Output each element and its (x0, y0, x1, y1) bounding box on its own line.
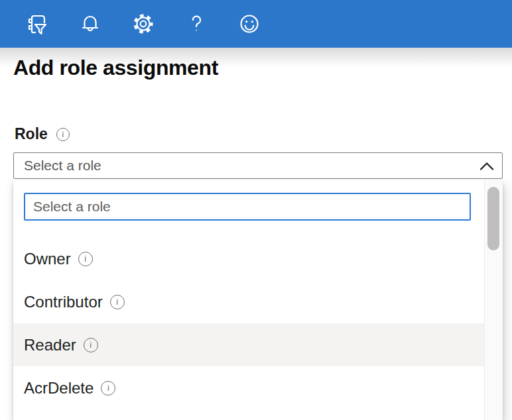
feedback-button[interactable] (235, 9, 264, 38)
directory-filter-icon (25, 11, 50, 36)
settings-button[interactable] (129, 9, 158, 38)
role-option-label: Contributor (24, 293, 103, 311)
chevron-up-icon[interactable] (480, 161, 494, 174)
role-field-label-row: Role i (15, 125, 70, 143)
notifications-button[interactable] (76, 9, 105, 38)
role-option-label: Reader (24, 336, 76, 354)
role-option[interactable]: AcrDelete i (13, 366, 484, 409)
role-search-input[interactable] (24, 193, 471, 221)
directory-filter-button[interactable] (23, 9, 52, 38)
info-icon[interactable]: i (78, 252, 93, 266)
info-icon[interactable]: i (101, 381, 115, 395)
help-button[interactable] (182, 9, 211, 38)
info-icon[interactable]: i (110, 295, 125, 309)
role-info-icon[interactable]: i (56, 128, 70, 141)
notifications-bell-icon (78, 11, 103, 36)
feedback-smiley-icon (237, 11, 262, 36)
role-options-list: Owner i Contributor i Reader i AcrDelete… (13, 237, 484, 409)
scrollbar-track[interactable] (484, 180, 503, 420)
role-option[interactable]: Reader i (13, 323, 484, 366)
scrollbar-thumb[interactable] (487, 187, 499, 250)
help-question-icon (184, 11, 209, 36)
info-icon[interactable]: i (84, 338, 98, 352)
page-title: Add role assignment (13, 56, 218, 80)
role-option[interactable]: Owner i (13, 237, 484, 280)
role-select-value: Select a role (24, 158, 101, 174)
role-select[interactable]: Select a role (13, 152, 503, 179)
role-dropdown-panel: Owner i Contributor i Reader i AcrDelete… (13, 180, 503, 420)
add-role-assignment-screen: Add role assignment Role i Select a role… (0, 0, 512, 420)
role-label: Role (15, 125, 48, 143)
top-bar (0, 0, 512, 48)
role-option[interactable]: Contributor i (13, 280, 484, 323)
settings-gear-icon (131, 11, 156, 36)
role-option-label: AcrDelete (24, 379, 94, 397)
role-option-label: Owner (24, 250, 71, 268)
